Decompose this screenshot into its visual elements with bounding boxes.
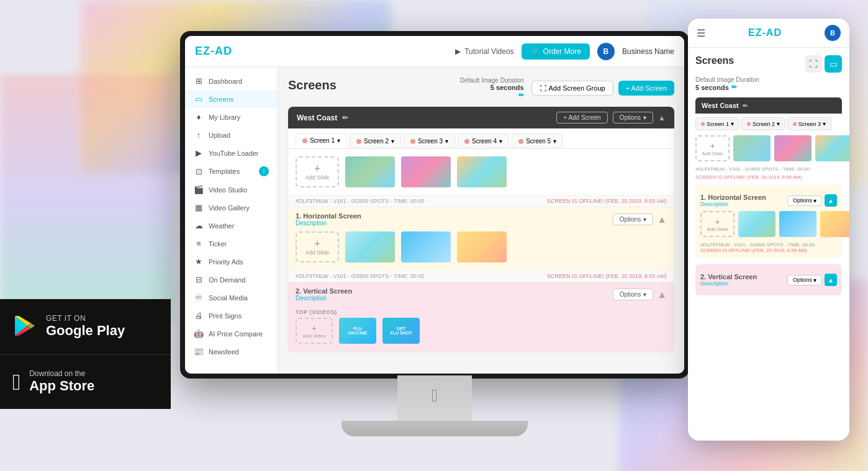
screen-group: West Coast ✏ + Add Screen Options [288, 107, 674, 351]
app-body: ⊞ Dashboard ▭ Screens ♦ My Library ↑ Upl… [185, 67, 684, 374]
sidebar-item-social-media[interactable]: ♾ Social Media [185, 289, 278, 307]
m-dot-1 [701, 122, 705, 126]
google-play-button[interactable]: GET IT ON Google Play [0, 299, 171, 355]
bg-blur-left [0, 74, 174, 323]
screen-tab-1[interactable]: Screen 1 [296, 133, 347, 148]
sidebar-item-ai-price[interactable]: 🤖 AI Price Compare [185, 325, 278, 343]
imac-stand-base [341, 421, 528, 436]
add-slide-horizontal[interactable]: + Add Slide [296, 231, 339, 262]
mobile-horizontal-section: 1. Horizontal Screen Description Options… [695, 185, 842, 258]
sidebar-item-templates[interactable]: ⊡ Templates ! [185, 162, 278, 181]
newsfeed-icon: 📰 [194, 347, 204, 356]
mobile-duration-label: Default Image Duration [695, 76, 842, 83]
add-slide-button[interactable]: + Add Slide [296, 156, 339, 187]
screen-tab-2[interactable]: Screen 2 [350, 133, 401, 148]
sidebar-item-print-signs[interactable]: 🖨 Print Signs [185, 307, 278, 325]
mobile-group-header: West Coast ✏ [695, 97, 842, 114]
horizontal-slides-area: + Add Slide [288, 231, 674, 270]
sidebar-item-ticker[interactable]: ≡ Ticker [185, 235, 278, 253]
mobile-tab-2[interactable]: Screen 2 [741, 117, 785, 130]
sidebar-item-youtube[interactable]: ▶ YouTube Loader [185, 144, 278, 162]
mobile-sub-header-2: 2. Vertical Screen Description Options ▲ [700, 269, 837, 290]
screen-tab-4[interactable]: Screen 4 [458, 133, 509, 148]
top-videos-label: TOP (VIDEOS) [288, 307, 674, 318]
sidebar-item-dashboard[interactable]: ⊞ Dashboard [185, 72, 278, 90]
dashboard-icon: ⊞ [194, 76, 204, 86]
sub-collapse-1[interactable]: ▲ [657, 214, 667, 225]
m-dot-2 [747, 122, 751, 126]
app-store-text: Download on the App Store [29, 369, 94, 394]
google-play-icon [12, 315, 37, 339]
sub-collapse-2[interactable]: ▲ [657, 289, 667, 300]
mobile-edit-group-icon[interactable]: ✏ [743, 102, 748, 109]
add-screen-group-button[interactable]: ⛶ Add Screen Group [531, 81, 613, 96]
mobile-options-btn-2[interactable]: Options [787, 275, 822, 285]
user-avatar: B [597, 43, 615, 60]
mobile-collapse-2[interactable]: ▲ [825, 274, 837, 286]
on-demand-icon: ⊟ [194, 275, 204, 284]
tutorial-button[interactable]: ▶ Tutorial Videos [455, 47, 513, 56]
business-name: Business Name [622, 47, 674, 56]
screen-tab-3[interactable]: Screen 3 [404, 133, 455, 148]
h-slide-2 [401, 231, 451, 262]
options-button[interactable]: Options [613, 112, 653, 123]
mobile-collapse-1[interactable]: ▲ [825, 194, 837, 207]
mobile-h-slides: + Add Slide [700, 211, 837, 237]
sub-options-button-2[interactable]: Options [613, 289, 653, 300]
play-icon: ▶ [455, 47, 461, 56]
mobile-tab-1[interactable]: Screen 1 [695, 117, 739, 130]
mobile-add-slide-h[interactable]: + Add Slide [700, 211, 735, 237]
add-video-button[interactable]: + Add Video [296, 318, 333, 344]
apple-logo:  [422, 384, 447, 408]
sidebar-item-screens[interactable]: ▭ Screens [185, 90, 278, 108]
order-more-button[interactable]: 🛒 Order More [522, 43, 590, 60]
screen-tab-5[interactable]: Screen 5 [512, 133, 563, 148]
vertical-slides-area: + Add Video FLUVACCINE GETFLU SHOT [288, 318, 674, 351]
add-screen-small-button[interactable]: + Add Screen [556, 112, 607, 123]
sidebar-item-upload[interactable]: ↑ Upload [185, 126, 278, 144]
add-screen-button[interactable]: + Add Screen [618, 81, 674, 96]
offline-status: SCREEN IS OFFLINE! (FEB. 20 2019, 8:55 A… [547, 198, 667, 204]
grid-icon-btn[interactable]: ▭ [825, 55, 842, 73]
m-dot-3 [793, 122, 797, 126]
m-h-slide-1 [738, 211, 775, 237]
sidebar: ⊞ Dashboard ▭ Screens ♦ My Library ↑ Upl… [185, 67, 278, 374]
sub-screen-vertical: 2. Vertical Screen Description Options ▲ [288, 282, 674, 351]
sidebar-item-newsfeed[interactable]: 📰 Newsfeed [185, 343, 278, 361]
plus-icon: + [314, 163, 321, 174]
collapse-icon[interactable]: ▲ [658, 114, 666, 122]
sidebar-item-on-demand[interactable]: ⊟ On Demand [185, 271, 278, 289]
hamburger-icon[interactable]: ☰ [697, 27, 705, 39]
expand-icon-btn[interactable]: ⛶ [805, 55, 822, 73]
tab-chevron-5 [553, 138, 556, 145]
sidebar-item-video-gallery[interactable]: ▦ Video Gallery [185, 199, 278, 217]
sidebar-item-video-studio[interactable]: 🎬 Video Studio [185, 181, 278, 199]
app-store-button[interactable]:  Download on the App Store [0, 355, 171, 409]
slide-thumb-3 [457, 156, 507, 187]
mobile-screen-offline: SCREEN IS OFFLINE! (FEB. 20 2019, 8:56 A… [695, 174, 842, 180]
mobile-edit-icon[interactable]: ✏ [731, 83, 737, 91]
mobile-options-btn-1[interactable]: Options [787, 195, 822, 206]
edit-group-icon[interactable]: ✏ [342, 114, 348, 122]
default-duration: Default Image Duration 5 seconds ✏ [460, 77, 524, 99]
screen-info-bar: #DLF9TMLW - V161 - 0/2800 SPOTS - TIME: … [288, 195, 674, 207]
mobile-add-slide-button[interactable]: + Add Slide [695, 135, 730, 161]
google-play-text: GET IT ON Google Play [46, 314, 125, 339]
mobile-header: ☰ EZ-AD B [688, 19, 849, 48]
chevron-down-icon [643, 114, 646, 121]
mobile-options-row-2: Options ▲ [787, 274, 837, 286]
m-h-slide-3 [820, 211, 849, 237]
sidebar-item-weather[interactable]: ☁ Weather [185, 217, 278, 235]
sidebar-item-priority-ads[interactable]: ★ Priority Ads [185, 253, 278, 271]
imac-screen: EZ-AD ▶ Tutorial Videos 🛒 Order More B B… [185, 36, 684, 374]
group-title: West Coast ✏ [297, 114, 348, 122]
sub-options-button-1[interactable]: Options [613, 213, 653, 225]
edit-duration-icon[interactable]: ✏ [460, 91, 524, 99]
plus-icon-h: + [314, 238, 321, 249]
sidebar-item-library[interactable]: ♦ My Library [185, 108, 278, 126]
sub-screen-horizontal: 1. Horizontal Screen Description Options… [288, 207, 674, 282]
social-media-icon: ♾ [194, 293, 204, 302]
tab-chevron-3 [445, 138, 448, 145]
mobile-tab-3[interactable]: Screen 3 [787, 117, 831, 130]
page-title: Screens [288, 78, 337, 92]
